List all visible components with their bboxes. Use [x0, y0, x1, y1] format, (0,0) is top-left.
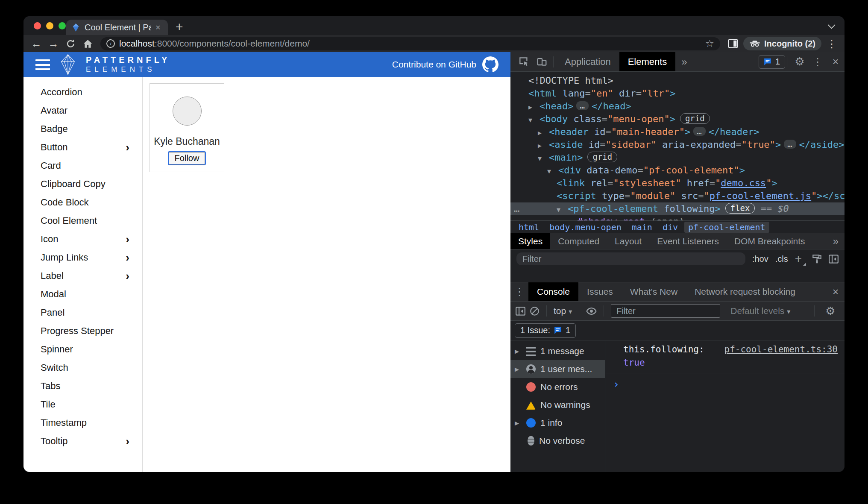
- devtools-tab[interactable]: Application: [556, 52, 619, 71]
- console-filter-input[interactable]: [611, 304, 720, 318]
- breadcrumb-item[interactable]: body.menu-open: [545, 222, 625, 233]
- new-style-rule-icon[interactable]: +: [795, 253, 805, 265]
- sidebar-item[interactable]: Code Block: [23, 193, 142, 211]
- toggle-element-classes[interactable]: .cls: [775, 254, 788, 264]
- devtools-menu-kebab-icon[interactable]: ⋮: [809, 56, 827, 68]
- console-prompt[interactable]: ›: [605, 373, 845, 392]
- console-sidebar-item[interactable]: ▶ No verbose: [510, 432, 605, 450]
- console-tab[interactable]: What's New: [622, 282, 686, 301]
- reload-icon[interactable]: [64, 39, 77, 49]
- sidebar-item[interactable]: Badge: [23, 120, 142, 138]
- console-sidebar-item[interactable]: ▶ 1 info: [510, 414, 605, 432]
- console-tab[interactable]: Network request blocking: [686, 282, 804, 301]
- follow-button[interactable]: Follow: [168, 151, 206, 165]
- dom-tree-row[interactable]: <link rel="stylesheet" href="demo.css">: [510, 177, 845, 190]
- console-tab[interactable]: Issues: [578, 282, 622, 301]
- breadcrumb-item[interactable]: pf-cool-element: [684, 222, 769, 233]
- sidebar-item[interactable]: Jump Links ›: [23, 248, 142, 267]
- execution-context-selector[interactable]: top▾: [554, 306, 572, 316]
- sidebar-item[interactable]: Label ›: [23, 267, 142, 285]
- console-sidebar-item[interactable]: ▶ 1 message: [510, 342, 605, 360]
- site-info-icon[interactable]: i: [106, 39, 115, 48]
- console-tab[interactable]: Console: [528, 282, 578, 301]
- browser-tab[interactable]: Cool Element | PatternFly Elem ×: [66, 20, 168, 35]
- dom-tree-row[interactable]: ▶<head>…</head>: [510, 100, 845, 113]
- tab-search-chevron-icon[interactable]: [827, 21, 835, 29]
- close-window-button[interactable]: [34, 22, 41, 29]
- incognito-badge[interactable]: Incognito (2): [743, 37, 821, 50]
- dom-tree-row[interactable]: ▶#shadow-root (open): [510, 215, 845, 220]
- dom-tree-row[interactable]: <script type="module" src="pf-cool-eleme…: [510, 190, 845, 202]
- drawer-menu-kebab-icon[interactable]: ⋮: [510, 286, 528, 298]
- browser-menu-kebab-icon[interactable]: ⋮: [825, 38, 839, 49]
- patternfly-logo-icon[interactable]: [59, 54, 77, 75]
- dom-tree-row[interactable]: <!DOCTYPE html>: [510, 74, 845, 87]
- dom-tree-row[interactable]: ▼<body class="menu-open">grid: [510, 113, 845, 126]
- expand-arrow-icon[interactable]: ▶: [538, 126, 549, 139]
- computed-sidebar-toggle-icon[interactable]: [829, 255, 839, 264]
- expand-arrow-icon[interactable]: ▶: [566, 216, 577, 220]
- sidebar-item[interactable]: Accordion: [23, 83, 142, 101]
- styles-more-tabs-icon[interactable]: »: [827, 235, 845, 247]
- sidebar-item[interactable]: Clipboard Copy: [23, 175, 142, 193]
- expand-arrow-icon[interactable]: ▼: [547, 165, 558, 178]
- console-sidebar-item[interactable]: ▶ No errors: [510, 378, 605, 396]
- console-settings-gear-icon[interactable]: ⚙: [821, 305, 839, 318]
- inspect-element-icon[interactable]: [515, 52, 533, 72]
- issues-bar-button[interactable]: 1 Issue: 1: [515, 323, 576, 338]
- zoom-window-button[interactable]: [59, 22, 66, 29]
- dom-tree-row[interactable]: ▶<header id="main-header">…</header>: [510, 126, 845, 138]
- sidebar-item[interactable]: Timestamp: [23, 413, 142, 432]
- sidebar-item[interactable]: Tooltip ›: [23, 432, 142, 450]
- sidebar-item[interactable]: Switch: [23, 358, 142, 377]
- dom-tree-row[interactable]: ▼<div data-demo="pf-cool-element">: [510, 164, 845, 177]
- styles-tab[interactable]: Layout: [607, 233, 649, 249]
- expand-arrow-icon[interactable]: ▶: [515, 366, 522, 372]
- back-icon[interactable]: ←: [29, 38, 43, 49]
- expand-arrow-icon[interactable]: ▶: [515, 348, 522, 355]
- row-overflow-icon[interactable]: …: [514, 202, 519, 215]
- contribute-link[interactable]: Contribute on GitHub: [392, 56, 499, 73]
- source-location-link[interactable]: pf-cool-element.ts:30: [724, 343, 838, 356]
- styles-tab[interactable]: DOM Breakpoints: [727, 233, 813, 249]
- sidebar-item[interactable]: Modal: [23, 285, 142, 303]
- console-sidebar-toggle-icon[interactable]: [516, 307, 525, 316]
- address-bar[interactable]: i localhost:8000/components/cool-element…: [100, 37, 720, 50]
- expand-arrow-icon[interactable]: ▼: [538, 152, 549, 165]
- styles-filter-input[interactable]: [516, 252, 745, 265]
- sidebar-item[interactable]: Tabs: [23, 377, 142, 395]
- devtools-close-icon[interactable]: ×: [827, 56, 845, 68]
- live-expression-eye-icon[interactable]: [586, 307, 597, 315]
- dom-tree-row[interactable]: <html lang="en" dir="ltr">: [510, 87, 845, 100]
- expand-arrow-icon[interactable]: ▼: [557, 203, 568, 216]
- breadcrumb-item[interactable]: html: [515, 222, 543, 233]
- sidebar-item[interactable]: Avatar: [23, 101, 142, 120]
- sidebar-item[interactable]: Cool Element: [23, 211, 142, 230]
- drawer-close-icon[interactable]: ×: [827, 286, 845, 298]
- expand-arrow-icon[interactable]: ▶: [538, 139, 549, 152]
- sidebar-item[interactable]: Progress Stepper: [23, 322, 142, 340]
- tab-close-icon[interactable]: ×: [155, 23, 161, 32]
- device-toolbar-icon[interactable]: [533, 52, 551, 72]
- sidebar-item[interactable]: Tile: [23, 395, 142, 413]
- console-sidebar-item[interactable]: ▶ No warnings: [510, 396, 605, 414]
- issues-counter[interactable]: 1: [759, 55, 785, 69]
- more-tabs-icon[interactable]: »: [675, 56, 693, 68]
- styles-tab[interactable]: Event Listeners: [649, 233, 727, 249]
- dom-tree-row[interactable]: ▼<main>grid: [510, 151, 845, 164]
- toggle-hover-state[interactable]: :hov: [752, 254, 768, 264]
- side-panel-icon[interactable]: [726, 39, 740, 48]
- breadcrumb-item[interactable]: main: [628, 222, 656, 233]
- console-log-entry[interactable]: pf-cool-element.ts:30 this.following: tr…: [605, 340, 845, 373]
- clear-console-icon[interactable]: [530, 306, 540, 316]
- sidebar-item[interactable]: Card: [23, 156, 142, 175]
- expand-arrow-icon[interactable]: ▶: [528, 101, 540, 114]
- breadcrumb-item[interactable]: div: [659, 222, 682, 233]
- sidebar-item[interactable]: Spinner: [23, 340, 142, 358]
- bookmark-star-icon[interactable]: ☆: [705, 38, 715, 50]
- settings-gear-icon[interactable]: ⚙: [791, 55, 809, 68]
- styles-tab[interactable]: Styles: [510, 233, 550, 249]
- forward-icon[interactable]: →: [47, 38, 60, 49]
- home-icon[interactable]: [81, 39, 94, 49]
- styles-tab[interactable]: Computed: [550, 233, 607, 249]
